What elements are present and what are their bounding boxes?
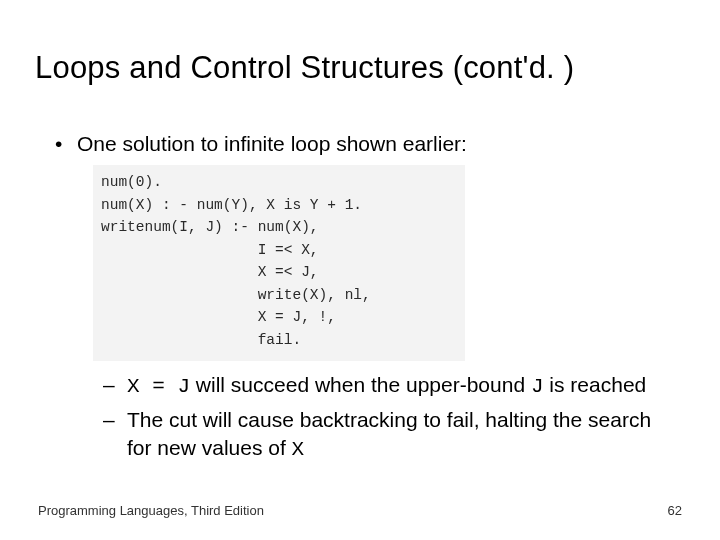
code-text: num(0). num(X) : - num(Y), X is Y + 1. w… xyxy=(101,171,457,351)
text-run: is reached xyxy=(544,373,647,396)
inline-code: X xyxy=(292,438,305,461)
bullet-level2: – The cut will cause backtracking to fai… xyxy=(103,406,665,463)
inline-code: X = J xyxy=(127,375,190,398)
text-run: The cut will cause backtracking to fail,… xyxy=(127,408,651,458)
code-block: num(0). num(X) : - num(Y), X is Y + 1. w… xyxy=(93,165,465,361)
sub-bullets: – X = J will succeed when the upper-boun… xyxy=(103,371,665,463)
slide-title: Loops and Control Structures (cont'd. ) xyxy=(35,50,685,86)
sub-bullet-text: The cut will cause backtracking to fail,… xyxy=(127,406,665,463)
bullet-level1: • One solution to infinite loop shown ea… xyxy=(55,130,665,157)
dash-icon: – xyxy=(103,371,127,400)
footer-left: Programming Languages, Third Edition xyxy=(38,503,264,518)
slide: Loops and Control Structures (cont'd. ) … xyxy=(0,0,720,540)
slide-body: • One solution to infinite loop shown ea… xyxy=(55,130,665,469)
dash-icon: – xyxy=(103,406,127,463)
page-number: 62 xyxy=(668,503,682,518)
sub-bullet-text: X = J will succeed when the upper-bound … xyxy=(127,371,665,400)
bullet-level2: – X = J will succeed when the upper-boun… xyxy=(103,371,665,400)
bullet-text: One solution to infinite loop shown earl… xyxy=(77,130,467,157)
bullet-dot-icon: • xyxy=(55,130,77,157)
inline-code: J xyxy=(531,375,544,398)
text-run: will succeed when the upper-bound xyxy=(190,373,531,396)
